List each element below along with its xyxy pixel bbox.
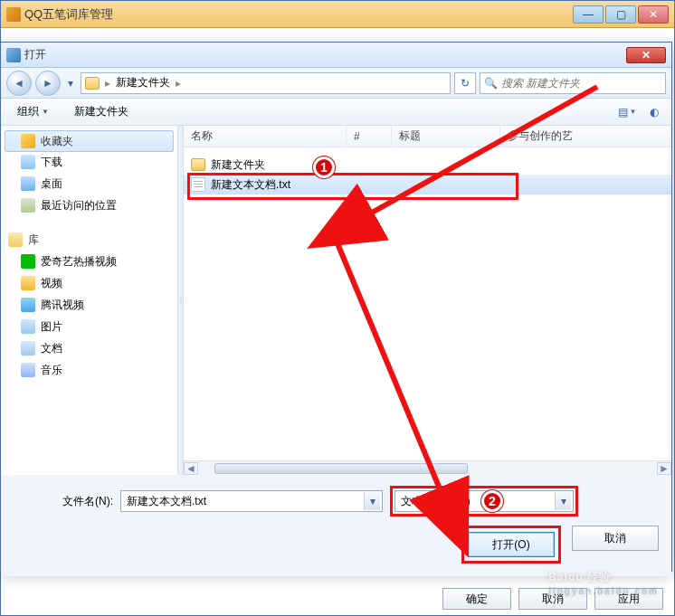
col-artists[interactable]: 参与创作的艺 bbox=[500, 126, 671, 147]
tree: 收藏夹 下载 桌面 最近访问的位置 库 bbox=[1, 126, 177, 386]
recent-icon bbox=[21, 198, 35, 213]
split-pane: 收藏夹 下载 桌面 最近访问的位置 库 bbox=[1, 126, 671, 475]
refresh-button[interactable]: ↻ bbox=[454, 72, 476, 94]
sidebar-recent[interactable]: 最近访问的位置 bbox=[1, 194, 177, 216]
sidebar: 收藏夹 下载 桌面 最近访问的位置 库 bbox=[1, 126, 178, 475]
file-name: 新建文本文档.txt bbox=[211, 177, 290, 193]
help-button[interactable]: ◐ bbox=[644, 102, 664, 122]
music-icon bbox=[21, 363, 35, 377]
open-button[interactable]: 打开(O) bbox=[468, 532, 555, 557]
annotation-box-open: 打开(O) bbox=[461, 526, 561, 564]
tencent-video-icon bbox=[21, 298, 35, 312]
minimize-button[interactable]: — bbox=[573, 5, 604, 24]
maximize-button[interactable]: ▢ bbox=[605, 5, 636, 24]
file-list-header: 名称 # 标题 参与创作的艺 bbox=[184, 126, 671, 147]
annotation-box-2: 文本文件(*.txt) ▾ bbox=[390, 486, 578, 516]
parent-footer: 确定 取消 应用 bbox=[442, 588, 663, 610]
window-controls: — ▢ ✕ bbox=[573, 5, 669, 24]
search-input[interactable] bbox=[501, 77, 661, 90]
new-folder-label: 新建文件夹 bbox=[74, 104, 128, 119]
filetype-combo[interactable]: 文本文件(*.txt) ▾ bbox=[395, 490, 574, 512]
parent-cancel-button[interactable]: 取消 bbox=[518, 588, 587, 610]
filename-combo[interactable]: ▾ bbox=[120, 490, 383, 512]
sidebar-music[interactable]: 音乐 bbox=[1, 359, 177, 381]
breadcrumb-folder[interactable]: 新建文件夹 bbox=[116, 75, 170, 90]
nav-history-dropdown[interactable]: ▾ bbox=[64, 73, 77, 93]
horizontal-scrollbar[interactable]: ◄ ► bbox=[184, 460, 671, 475]
col-name[interactable]: 名称 bbox=[184, 126, 347, 147]
close-button[interactable]: ✕ bbox=[638, 5, 669, 24]
open-dialog: 打开 ✕ ◄ ► ▾ ▸ 新建文件夹 ▸ ↻ 🔍 组织 ▼ 新建文件夹 ▤▼ ◐ bbox=[0, 42, 672, 572]
cancel-button[interactable]: 取消 bbox=[572, 526, 659, 551]
scroll-thumb[interactable] bbox=[214, 463, 468, 474]
iqiyi-icon bbox=[21, 254, 35, 269]
folder-icon bbox=[191, 158, 205, 171]
scroll-right-arrow[interactable]: ► bbox=[657, 462, 671, 475]
organize-menu[interactable]: 组织 ▼ bbox=[8, 101, 58, 122]
dialog-bottom: 文件名(N): ▾ 文本文件(*.txt) ▾ 打开(O) 取消 bbox=[1, 475, 671, 576]
desktop-icon bbox=[21, 176, 35, 191]
app-icon bbox=[6, 7, 21, 22]
view-mode-button[interactable]: ▤▼ bbox=[617, 102, 637, 122]
video-icon bbox=[21, 276, 35, 290]
scroll-left-arrow[interactable]: ◄ bbox=[184, 462, 198, 475]
text-file-icon bbox=[191, 177, 205, 192]
star-icon bbox=[21, 134, 35, 148]
sidebar-library[interactable]: 库 bbox=[1, 229, 177, 251]
video-label: 视频 bbox=[41, 276, 62, 291]
documents-icon bbox=[21, 341, 35, 355]
parent-ok-button[interactable]: 确定 bbox=[442, 588, 511, 610]
parent-apply-button[interactable]: 应用 bbox=[594, 588, 663, 610]
recent-label: 最近访问的位置 bbox=[41, 198, 117, 213]
favorites-label: 收藏夹 bbox=[41, 134, 73, 149]
pictures-icon bbox=[21, 319, 35, 334]
nav-forward-button[interactable]: ► bbox=[35, 71, 61, 96]
folder-name: 新建文件夹 bbox=[211, 157, 265, 173]
file-list: 名称 # 标题 参与创作的艺 新建文件夹 新建文本文档.txt ◄ ► bbox=[184, 126, 671, 475]
dialog-icon bbox=[6, 48, 21, 62]
parent-titlebar: QQ五笔词库管理 — ▢ ✕ bbox=[1, 1, 674, 28]
iqiyi-label: 爱奇艺热播视频 bbox=[41, 254, 117, 270]
breadcrumb-sep: ▸ bbox=[105, 77, 110, 90]
search-box[interactable]: 🔍 bbox=[480, 72, 666, 94]
folder-icon bbox=[85, 77, 100, 90]
new-folder-button[interactable]: 新建文件夹 bbox=[65, 101, 138, 122]
library-icon bbox=[8, 232, 23, 247]
organize-label: 组织 bbox=[17, 104, 39, 119]
search-icon: 🔍 bbox=[484, 77, 498, 90]
filetype-dropdown[interactable]: ▾ bbox=[555, 492, 571, 510]
sidebar-video[interactable]: 视频 bbox=[1, 272, 177, 294]
sidebar-documents[interactable]: 文档 bbox=[1, 337, 177, 359]
nav-back-button[interactable]: ◄ bbox=[6, 71, 32, 96]
filename-label: 文件名(N): bbox=[14, 494, 113, 509]
music-label: 音乐 bbox=[41, 363, 62, 378]
filetype-value: 文本文件(*.txt) bbox=[401, 494, 555, 509]
file-row-txt[interactable]: 新建文本文档.txt bbox=[184, 175, 671, 194]
documents-label: 文档 bbox=[41, 341, 62, 356]
filename-input[interactable] bbox=[127, 495, 364, 507]
dialog-title: 打开 bbox=[24, 47, 626, 62]
download-icon bbox=[21, 155, 35, 169]
pictures-label: 图片 bbox=[41, 319, 62, 335]
downloads-label: 下载 bbox=[41, 155, 62, 170]
sidebar-pictures[interactable]: 图片 bbox=[1, 316, 177, 337]
filename-dropdown[interactable]: ▾ bbox=[364, 492, 380, 510]
parent-title: QQ五笔词库管理 bbox=[24, 6, 573, 23]
col-num[interactable]: # bbox=[347, 126, 392, 147]
chevron-down-icon: ▼ bbox=[42, 108, 49, 116]
desktop-label: 桌面 bbox=[41, 176, 62, 192]
sidebar-iqiyi[interactable]: 爱奇艺热播视频 bbox=[1, 251, 177, 272]
nav-row: ◄ ► ▾ ▸ 新建文件夹 ▸ ↻ 🔍 bbox=[1, 68, 671, 99]
sidebar-tencent-video[interactable]: 腾讯视频 bbox=[1, 294, 177, 316]
dialog-close-button[interactable]: ✕ bbox=[626, 47, 666, 63]
breadcrumb-sep: ▸ bbox=[176, 77, 181, 90]
toolbar: 组织 ▼ 新建文件夹 ▤▼ ◐ bbox=[1, 99, 671, 126]
sidebar-favorites[interactable]: 收藏夹 bbox=[5, 130, 174, 152]
tvideo-label: 腾讯视频 bbox=[41, 298, 84, 313]
sidebar-downloads[interactable]: 下载 bbox=[1, 151, 177, 173]
file-row-folder[interactable]: 新建文件夹 bbox=[184, 155, 671, 175]
col-title[interactable]: 标题 bbox=[392, 126, 500, 147]
breadcrumb[interactable]: ▸ 新建文件夹 ▸ bbox=[81, 72, 451, 94]
library-label: 库 bbox=[28, 232, 39, 248]
sidebar-desktop[interactable]: 桌面 bbox=[1, 173, 177, 194]
